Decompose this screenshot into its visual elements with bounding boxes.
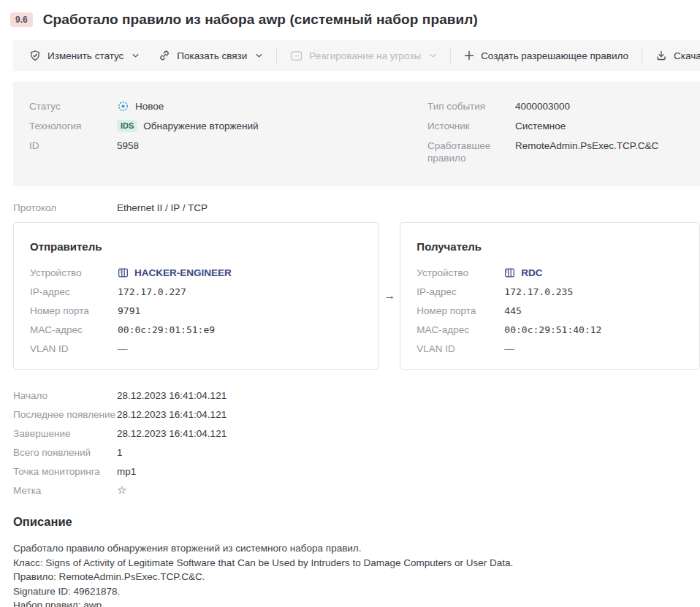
detail-row-mark: Метка ☆ — [13, 484, 700, 497]
sender-mac-row: MAC-адрес 00:0c:29:01:51:e9 — [30, 324, 362, 336]
show-links-label: Показать связи — [177, 50, 247, 61]
device-label: Устройство — [30, 267, 118, 279]
detail-label: Начало — [13, 389, 117, 402]
description-line: Набор правил: awp. — [13, 598, 700, 607]
mac-label: MAC-адрес — [416, 324, 504, 336]
detail-value: 28.12.2023 16:41:04.121 — [117, 389, 227, 402]
create-allow-rule-label: Создать разрешающее правило — [481, 50, 628, 61]
download-traffic-button[interactable]: Скачать трафик — [655, 50, 700, 61]
page-title: Сработало правило из набора awp (системн… — [43, 12, 478, 28]
change-status-button[interactable]: Изменить статус — [29, 50, 140, 61]
description-line: Signature ID: 49621878. — [13, 584, 700, 599]
detail-value: 28.12.2023 16:41:04.121 — [117, 427, 227, 440]
sender-device-name: HACKER-ENGINEER — [134, 267, 232, 279]
detail-row-end: Завершение 28.12.2023 16:41:04.121 — [13, 427, 700, 440]
favorite-star-icon[interactable]: ☆ — [117, 484, 126, 497]
detail-label: Точка мониторинга — [13, 465, 117, 478]
receiver-title: Получатель — [416, 240, 683, 253]
receiver-card: Получатель Устройство RDC IP-адрес 172.1… — [400, 222, 700, 370]
chevron-down-icon — [255, 52, 263, 60]
status-new-icon — [117, 100, 129, 112]
vlan-label: VLAN ID — [30, 343, 118, 355]
summary-right-column: Тип события 4000003000 Источник Системно… — [427, 100, 700, 172]
receiver-ip-row: IP-адрес 172.17.0.235 — [416, 286, 683, 298]
summary-left-column: Статус Новое Технология IDS Обнаружение … — [29, 100, 427, 172]
event-type-value: 4000003000 — [515, 100, 570, 112]
detail-row-monitoring-point: Точка мониторинга mp1 — [13, 465, 700, 478]
event-type-row: Тип события 4000003000 — [427, 100, 700, 112]
protocol-value: Ethernet II / IP / TCP — [117, 202, 208, 214]
detail-row-start: Начало 28.12.2023 16:41:04.121 — [13, 389, 700, 402]
technology-label: Технология — [29, 120, 117, 132]
detail-label: Последнее появление — [13, 408, 117, 421]
id-value: 5958 — [117, 140, 139, 152]
sender-vlan-value: — — [118, 343, 128, 355]
description-line: Класс: Signs of Activity of Legitimate S… — [13, 556, 700, 570]
vlan-label: VLAN ID — [416, 343, 504, 355]
triggered-rule-row: Сработавшее правило RemoteAdmin.PsExec.T… — [427, 140, 700, 164]
technology-text: Обнаружение вторжений — [143, 120, 258, 132]
receiver-device-link[interactable]: RDC — [504, 267, 542, 279]
sender-mac-value: 00:0c:29:01:51:e9 — [118, 324, 215, 336]
source-row: Источник Системное — [427, 120, 700, 132]
description-line: Правило: RemoteAdmin.PsExec.TCP.C&C. — [13, 570, 700, 584]
toolbar-divider — [450, 48, 451, 64]
change-status-label: Изменить статус — [47, 50, 123, 61]
plus-icon — [464, 50, 474, 61]
technology-row: Технология IDS Обнаружение вторжений — [29, 120, 427, 132]
detail-label: Метка — [13, 484, 117, 497]
toolbar: Изменить статус Показать связи Реагирова… — [13, 40, 700, 71]
protocol-row: Протокол Ethernet II / IP / TCP — [13, 202, 700, 214]
detail-value: 1 — [117, 446, 123, 459]
flow-direction: → — [379, 222, 400, 370]
description-section: Описание Сработало правило обнаружения в… — [13, 515, 700, 607]
severity-badge: 9.6 — [10, 12, 33, 27]
device-label: Устройство — [416, 267, 504, 279]
description-line: Сработало правило обнаружения вторжений … — [13, 541, 700, 556]
event-type-label: Тип события — [427, 100, 515, 112]
triggered-rule-value: RemoteAdmin.PsExec.TCP.C&C — [515, 140, 658, 164]
detail-value: 28.12.2023 16:41:04.121 — [117, 408, 227, 421]
detail-row-last-seen: Последнее появление 28.12.2023 16:41:04.… — [13, 408, 700, 421]
receiver-port-row: Номер порта 445 — [416, 305, 683, 317]
sender-ip-row: IP-адрес 172.17.0.227 — [30, 286, 362, 298]
shield-check-icon — [29, 50, 41, 61]
toolbar-divider — [276, 48, 277, 64]
receiver-port-value: 445 — [504, 305, 521, 317]
chevron-down-icon — [132, 52, 140, 60]
protocol-label: Протокол — [13, 202, 117, 214]
status-row: Статус Новое — [29, 100, 427, 112]
receiver-device-name: RDC — [521, 267, 542, 279]
alert-detail-page: 9.6 Сработало правило из набора awp (сис… — [0, 0, 700, 607]
detail-value: mp1 — [117, 465, 136, 478]
mac-label: MAC-адрес — [30, 324, 118, 336]
page-header: 9.6 Сработало правило из набора awp (сис… — [0, 0, 700, 28]
threat-response-label: Реагирование на угрозы — [309, 50, 421, 61]
show-links-button[interactable]: Показать связи — [159, 50, 263, 61]
sender-card: Отправитель Устройство HACKER-ENGINEER I… — [13, 222, 379, 370]
device-icon — [504, 267, 515, 278]
details-list: Начало 28.12.2023 16:41:04.121 Последнее… — [13, 389, 700, 497]
detail-label: Завершение — [13, 427, 117, 440]
receiver-device-row: Устройство RDC — [416, 267, 683, 279]
arrow-right-icon: → — [384, 289, 395, 302]
sender-port-row: Номер порта 9791 — [30, 305, 362, 317]
port-label: Номер порта — [30, 305, 118, 317]
chevron-down-icon — [429, 52, 437, 60]
triggered-rule-label: Сработавшее правило — [427, 140, 515, 164]
create-allow-rule-button[interactable]: Создать разрешающее правило — [464, 50, 628, 61]
receiver-mac-row: MAC-адрес 00:0c:29:51:40:12 — [416, 324, 683, 336]
sender-device-row: Устройство HACKER-ENGINEER — [30, 267, 362, 279]
threat-response-button[interactable]: Реагирование на угрозы — [290, 50, 437, 61]
sender-title: Отправитель — [30, 240, 362, 253]
description-title: Описание — [13, 515, 700, 529]
receiver-vlan-value: — — [504, 343, 514, 355]
sender-port-value: 9791 — [118, 305, 140, 317]
status-label: Статус — [29, 100, 117, 112]
receiver-vlan-row: VLAN ID — — [416, 343, 683, 355]
traffic-flow: Отправитель Устройство HACKER-ENGINEER I… — [13, 222, 700, 370]
id-row: ID 5958 — [29, 140, 427, 152]
sender-device-link[interactable]: HACKER-ENGINEER — [118, 267, 232, 279]
sender-ip-value: 172.17.0.227 — [118, 286, 186, 298]
receiver-mac-value: 00:0c:29:51:40:12 — [504, 324, 601, 336]
